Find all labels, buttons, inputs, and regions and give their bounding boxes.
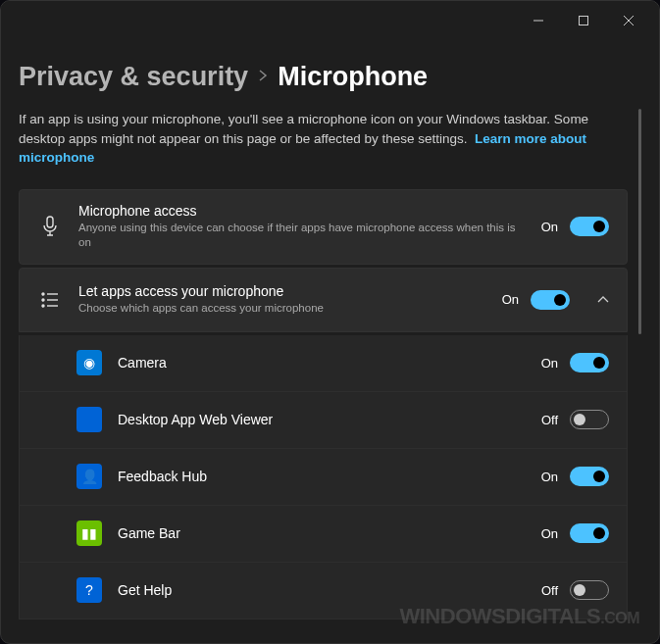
app-toggle[interactable]	[570, 353, 609, 372]
page-title: Microphone	[278, 62, 428, 92]
app-toggle[interactable]	[570, 523, 609, 543]
apps-access-toggle[interactable]	[531, 290, 570, 310]
svg-point-2	[42, 293, 44, 295]
breadcrumb-parent[interactable]: Privacy & security	[19, 62, 248, 92]
svg-point-3	[42, 299, 44, 301]
minimize-button[interactable]	[516, 5, 561, 36]
app-toggle[interactable]	[570, 410, 609, 429]
svg-rect-0	[580, 17, 588, 25]
app-row: ?Get HelpOff	[19, 563, 628, 619]
scrollbar[interactable]	[635, 50, 641, 643]
toggle-state-label: Off	[541, 413, 558, 427]
toggle-state-label: On	[502, 292, 519, 307]
page-description: If an app is using your microphone, you'…	[19, 110, 628, 168]
breadcrumb: Privacy & security Microphone	[19, 62, 628, 92]
toggle-state-label: On	[541, 526, 558, 541]
app-icon: ◉	[76, 350, 102, 375]
app-row: ◉CameraOn	[19, 335, 628, 392]
setting-subtitle: Anyone using this device can choose if t…	[78, 221, 526, 251]
close-button[interactable]	[606, 5, 651, 36]
app-icon: ?	[76, 577, 102, 603]
toggle-state-label: On	[541, 220, 558, 234]
chevron-up-icon	[597, 292, 609, 307]
app-icon: 👤	[76, 464, 102, 489]
scrollbar-thumb[interactable]	[638, 109, 641, 334]
settings-window: Privacy & security Microphone If an app …	[0, 0, 660, 644]
setting-title: Let apps access your microphone	[78, 283, 486, 299]
app-name-label: Desktop App Web Viewer	[118, 412, 526, 427]
settings-list: Microphone access Anyone using this devi…	[19, 189, 628, 619]
titlebar	[1, 1, 659, 40]
microphone-access-setting: Microphone access Anyone using this devi…	[19, 189, 628, 265]
app-name-label: Feedback Hub	[118, 469, 526, 484]
toggle-state-label: Off	[541, 583, 558, 598]
app-row: 👤Feedback HubOn	[19, 449, 628, 506]
app-name-label: Camera	[118, 355, 526, 371]
app-name-label: Game Bar	[118, 525, 526, 541]
app-icon	[76, 407, 102, 432]
app-name-label: Get Help	[118, 582, 526, 598]
app-icon: ▮▮	[76, 520, 102, 546]
toggle-state-label: On	[541, 470, 558, 484]
setting-title: Microphone access	[78, 203, 526, 219]
maximize-button[interactable]	[561, 5, 606, 36]
list-icon	[37, 287, 63, 313]
setting-subtitle: Choose which apps can access your microp…	[78, 301, 486, 317]
app-toggle[interactable]	[570, 580, 609, 600]
svg-rect-1	[47, 217, 53, 227]
svg-point-4	[42, 305, 44, 307]
app-toggle[interactable]	[570, 467, 609, 486]
microphone-access-toggle[interactable]	[570, 217, 609, 236]
apps-access-setting[interactable]: Let apps access your microphone Choose w…	[19, 268, 628, 332]
microphone-icon	[37, 214, 63, 239]
app-row: Desktop App Web ViewerOff	[19, 392, 628, 449]
app-row: ▮▮Game BarOn	[19, 506, 628, 563]
toggle-state-label: On	[541, 356, 558, 371]
chevron-right-icon	[258, 69, 268, 86]
